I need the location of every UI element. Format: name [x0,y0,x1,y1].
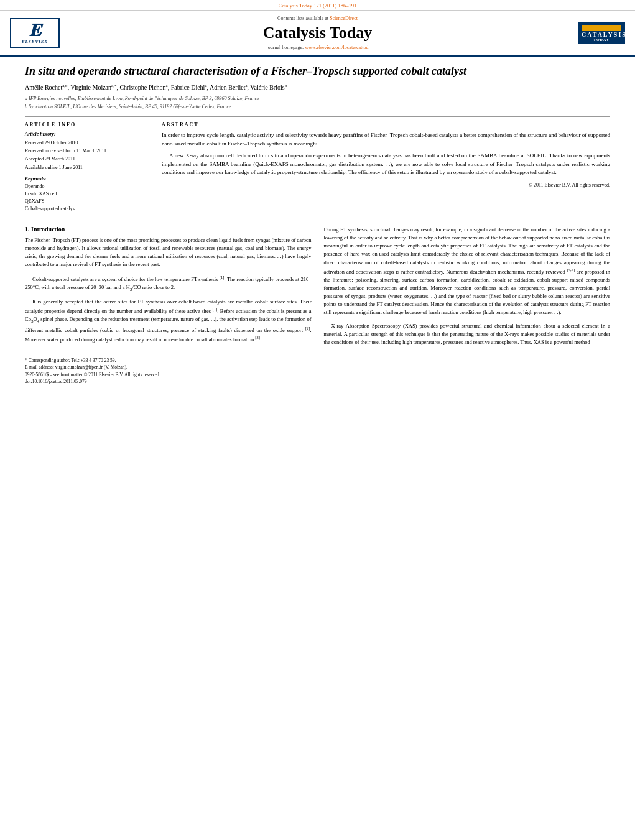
affiliation-a: a IFP Energies nouvelles, Etablissement … [25,95,610,102]
author1: Amélie Rochet [25,85,62,91]
journal-bar: Catalysis Today 171 (2011) 186–191 [0,0,635,11]
sciencedirect-link[interactable]: ScienceDirect [330,16,358,21]
available-date: Available online 1 June 2011 [25,164,140,171]
section1-title: 1. Introduction [25,226,312,233]
footnote-email-line: E-mail address: virginie.moizan@ifpen.fr… [25,364,312,371]
footnote-issn-line: 0920-5861/$ – see front matter © 2011 El… [25,371,312,378]
author3: , Christophe Pichon [116,85,165,91]
body-left-col: 1. Introduction The Fischer–Tropsch (FT)… [25,226,312,385]
intro-p3: It is generally accepted that the active… [25,298,312,344]
journal-title: Catalysis Today [66,24,569,42]
keyword-1: Operando [25,183,140,190]
info-abstract-section: ARTICLE INFO Article history: Received 2… [25,122,610,213]
author6-sup: b [285,83,287,88]
accepted-date: Accepted 29 March 2011 [25,155,140,162]
body-left-text: The Fischer–Tropsch (FT) process is one … [25,236,312,344]
title-operando: operando [78,65,122,77]
footnote-section: * Corresponding author. Tel.: +33 4 37 7… [25,354,312,385]
elsevier-label: ELSEVIER [22,39,48,44]
body-right-text: During FT synthesis, structural changes … [324,226,611,346]
logo-decoration [582,25,621,31]
author5: , Adrien Berliet [207,85,246,91]
homepage-url[interactable]: www.elsevier.com/locate/cattod [305,45,368,50]
author2: , Virginie Moizan [68,85,111,91]
journal-header-center: Contents lists available at ScienceDirec… [66,16,569,50]
elsevier-logo: 𝐄 ELSEVIER [10,18,60,48]
received-revised-date: Received in revised form 11 March 2011 [25,147,140,154]
footnote-doi-line: doi:10.1016/j.cattod.2011.03.079 [25,378,312,385]
abstract-col: ABSTRACT In order to improve cycle lengt… [162,122,610,213]
right-p1: During FT synthesis, structural changes … [324,226,611,317]
catalysis-title: CATALYSIS [582,31,621,38]
copyright: © 2011 Elsevier B.V. All rights reserved… [162,182,610,188]
footnote-star-line: * Corresponding author. Tel.: +33 4 37 7… [25,357,312,364]
keyword-2: In situ XAS cell [25,190,140,198]
article-title: In situ and operando structural characte… [25,64,610,78]
footnote-star-text: * Corresponding author. Tel.: +33 4 37 7… [25,358,116,363]
contents-line: Contents lists available at ScienceDirec… [66,16,569,21]
journal-citation: Catalysis Today 171 (2011) 186–191 [279,2,356,9]
catalysis-logo-box: CATALYSIS TODAY [578,22,625,44]
abstract-p1: In order to improve cycle length, cataly… [162,131,610,148]
intro-p1: The Fischer–Tropsch (FT) process is one … [25,236,312,269]
keywords-label: Keywords: [25,176,140,182]
intro-p2: Cobalt-supported catalysts are a system … [25,274,312,293]
abstract-text: In order to improve cycle length, cataly… [162,131,610,177]
author4: , Fabrice Diehl [168,85,205,91]
author6: , Valérie Briois [248,85,285,91]
author1-sup: a,b [62,83,67,88]
abstract-heading: ABSTRACT [162,122,610,127]
authors-line: Amélie Rocheta,b, Virginie Moizana,*, Ch… [25,83,610,91]
title-rest: structural characterisation of a Fischer… [122,65,466,77]
main-content: In situ and operando structural characte… [0,57,635,392]
catalysis-subtitle: TODAY [582,38,621,42]
received-date: Received 29 October 2010 [25,139,140,146]
article-info-heading: ARTICLE INFO [25,122,140,127]
abstract-p2: A new X-ray absorption cell dedicated to… [162,152,610,177]
keyword-3: QEXAFS [25,198,140,205]
body-section: 1. Introduction The Fischer–Tropsch (FT)… [25,226,610,385]
keyword-4: Cobalt-supported catalyst [25,205,140,213]
divider-1 [25,116,610,117]
journal-header: 𝐄 ELSEVIER Contents lists available at S… [0,11,635,57]
body-right-col: During FT synthesis, structural changes … [324,226,611,385]
title-in-situ: In situ [25,65,55,77]
divider-2 [25,219,610,219]
article-info-col: ARTICLE INFO Article history: Received 2… [25,122,149,213]
footnote-email-text: E-mail address: virginie.moizan@ifpen.fr… [25,364,127,370]
affiliation-b: b Synchrotron SOLEIL, L'Orme des Merisie… [25,103,610,110]
journal-homepage: journal homepage: www.elsevier.com/locat… [66,45,569,50]
affiliations: a IFP Energies nouvelles, Etablissement … [25,95,610,110]
right-p2: X-ray Absorption Spectroscopy (XAS) prov… [324,322,611,347]
elsevier-e-logo: 𝐄 [29,22,41,39]
history-label: Article history: [25,131,140,137]
catalysis-logo: CATALYSIS TODAY [575,22,625,44]
title-and: and [55,65,78,77]
